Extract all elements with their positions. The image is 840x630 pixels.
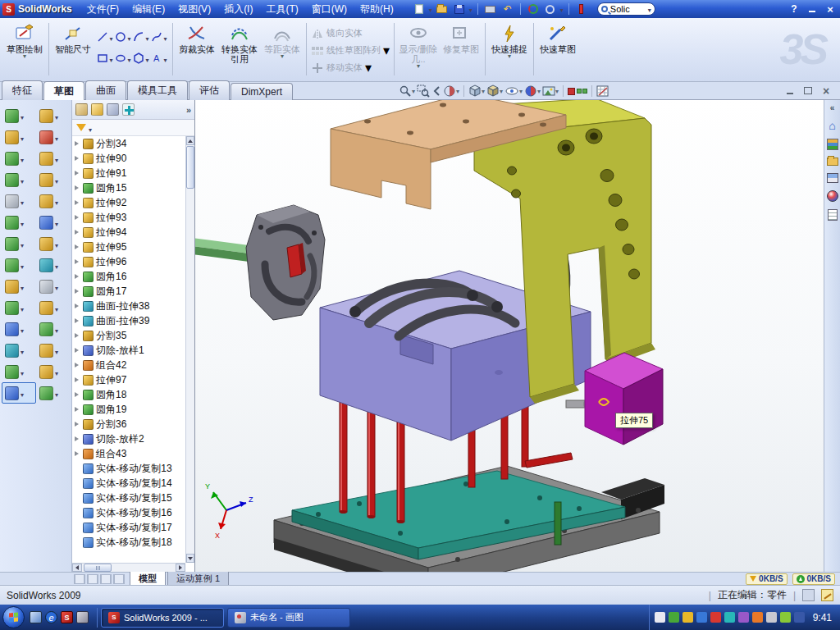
left-tool-button[interactable]	[2, 105, 36, 126]
expand-arrow-icon[interactable]	[75, 171, 82, 176]
tab-mold-tools[interactable]: 模具工具	[127, 80, 188, 100]
tray-icon[interactable]	[710, 612, 721, 623]
dropdown-arrow-icon[interactable]	[55, 236, 58, 251]
left-tool-button[interactable]	[2, 340, 36, 361]
left-tool-button[interactable]	[36, 233, 71, 254]
tree-item[interactable]: 圆角15	[72, 180, 185, 195]
rebuild-icon[interactable]	[526, 2, 541, 16]
convert-entities-button[interactable]: 转换实体引用	[219, 21, 260, 66]
dropdown-arrow-icon[interactable]	[55, 151, 58, 166]
expand-arrow-icon[interactable]	[75, 244, 82, 249]
left-tool-button[interactable]	[36, 169, 71, 190]
expand-arrow-icon[interactable]	[75, 230, 82, 235]
left-tool-button[interactable]	[36, 190, 71, 212]
dropdown-arrow-icon[interactable]	[21, 322, 24, 336]
display-delete-relations-button[interactable]: 显示/删除几.. ▾	[398, 21, 439, 71]
dropdown-arrow-icon[interactable]: ▾	[281, 54, 284, 59]
ellipse-tool[interactable]	[114, 48, 132, 69]
magenta-block-part[interactable]	[585, 353, 663, 445]
circle-tool[interactable]	[114, 26, 132, 48]
edit-appearance-icon[interactable]	[524, 84, 541, 98]
previous-view-icon[interactable]	[431, 84, 441, 98]
tree-item[interactable]: 切除-放样2	[72, 431, 185, 446]
tree-item[interactable]: 实体-移动/复制15	[72, 491, 185, 505]
tab-surfaces[interactable]: 曲面	[85, 80, 126, 100]
dropdown-arrow-icon[interactable]	[55, 215, 58, 230]
scroll-up-icon[interactable]	[186, 136, 194, 145]
zoom-fit-icon[interactable]	[399, 84, 415, 98]
tree-item[interactable]: 拉伸96	[72, 254, 185, 269]
tree-item[interactable]: 切除-放样1	[72, 343, 185, 358]
dropdown-arrow-icon[interactable]	[55, 343, 58, 358]
dropdown-arrow-icon[interactable]: ▾	[383, 43, 390, 58]
tree-item[interactable]: 组合42	[72, 358, 185, 372]
filter-dropdown-icon[interactable]	[89, 121, 92, 135]
tree-item[interactable]: 分割34	[72, 136, 185, 151]
left-tool-button[interactable]	[2, 169, 36, 190]
dropdown-arrow-icon[interactable]	[55, 386, 58, 400]
left-tool-button[interactable]	[36, 297, 71, 318]
filter-icon[interactable]	[76, 124, 86, 131]
custom-properties-icon[interactable]	[828, 209, 838, 221]
rapid-sketch-button[interactable]: 快速草图	[537, 21, 578, 56]
scrollbar-thumb[interactable]	[84, 564, 112, 572]
arm-and-slide-part[interactable]	[195, 205, 325, 320]
tab-sketch[interactable]: 草图	[43, 81, 84, 101]
left-tool-button[interactable]	[36, 126, 71, 148]
tree-item[interactable]: 圆角16	[72, 269, 185, 284]
offset-entities-button[interactable]: 等距实体 ▾	[262, 21, 303, 61]
left-tool-button[interactable]	[36, 340, 71, 361]
linear-pattern-button[interactable]: 线性草图阵列 ▾	[311, 42, 390, 59]
expand-arrow-icon[interactable]	[75, 274, 82, 279]
save-dropdown-icon[interactable]	[469, 3, 472, 15]
new-dropdown-icon[interactable]	[429, 3, 432, 15]
left-tool-button[interactable]	[2, 297, 36, 318]
doc-restore-button[interactable]	[802, 85, 814, 96]
left-tool-button[interactable]	[36, 148, 71, 169]
scroll-down-icon[interactable]	[186, 554, 194, 563]
dropdown-arrow-icon[interactable]	[55, 300, 58, 315]
apply-scene-icon[interactable]	[542, 84, 559, 98]
show-desktop-icon[interactable]	[30, 611, 42, 623]
undo-icon[interactable]: ↶	[500, 2, 515, 16]
tree-vertical-scrollbar[interactable]	[185, 136, 194, 563]
graphics-area[interactable]: Y Z X 拉伸75	[195, 100, 824, 572]
dimxpertmanager-tab-icon[interactable]	[122, 103, 135, 116]
expand-arrow-icon[interactable]	[75, 525, 82, 530]
menu-edit[interactable]: 编辑(E)	[126, 0, 171, 19]
display-style-icon[interactable]	[486, 84, 503, 98]
options-dropdown-icon[interactable]	[560, 3, 564, 15]
expand-arrow-icon[interactable]	[75, 215, 82, 220]
tree-item[interactable]: 曲面-拉伸39	[72, 313, 185, 328]
taskbar-button-solidworks[interactable]: S SolidWorks 2009 - ...	[101, 608, 224, 628]
dropdown-arrow-icon[interactable]	[55, 130, 58, 144]
design-library-icon[interactable]	[827, 139, 838, 150]
dropdown-arrow-icon[interactable]	[21, 236, 24, 251]
search-box[interactable]	[597, 2, 655, 16]
tray-icon[interactable]	[780, 612, 791, 623]
dropdown-arrow-icon[interactable]	[21, 130, 24, 144]
dropdown-arrow-icon[interactable]	[55, 364, 58, 379]
tree-item[interactable]: 拉伸93	[72, 210, 185, 225]
arc-tool[interactable]	[132, 26, 150, 48]
expand-arrow-icon[interactable]	[75, 318, 82, 323]
quick-snaps-button[interactable]: 快速捕捉 ▾	[489, 21, 530, 61]
dropdown-arrow-icon[interactable]	[55, 279, 58, 294]
left-tool-button[interactable]	[2, 361, 36, 382]
left-tool-button[interactable]	[36, 318, 71, 340]
expand-arrow-icon[interactable]	[75, 200, 82, 205]
tree-item[interactable]: 圆角17	[72, 284, 185, 299]
dropdown-arrow-icon[interactable]	[21, 172, 24, 187]
expand-arrow-icon[interactable]	[75, 259, 82, 264]
tray-icon[interactable]	[738, 612, 749, 623]
3d-viewport-canvas[interactable]: Y Z X	[195, 100, 824, 572]
tree-item[interactable]: 拉伸91	[72, 166, 185, 180]
dropdown-arrow-icon[interactable]: ▾	[417, 64, 420, 69]
expand-arrow-icon[interactable]	[75, 141, 82, 146]
doc-minimize-button[interactable]	[784, 85, 796, 96]
left-tool-button[interactable]	[2, 126, 36, 148]
tree-item[interactable]: 实体-移动/复制18	[72, 535, 185, 550]
options-icon[interactable]	[543, 2, 558, 16]
search-dropdown-icon[interactable]	[648, 3, 651, 15]
dropdown-arrow-icon[interactable]	[21, 258, 24, 272]
